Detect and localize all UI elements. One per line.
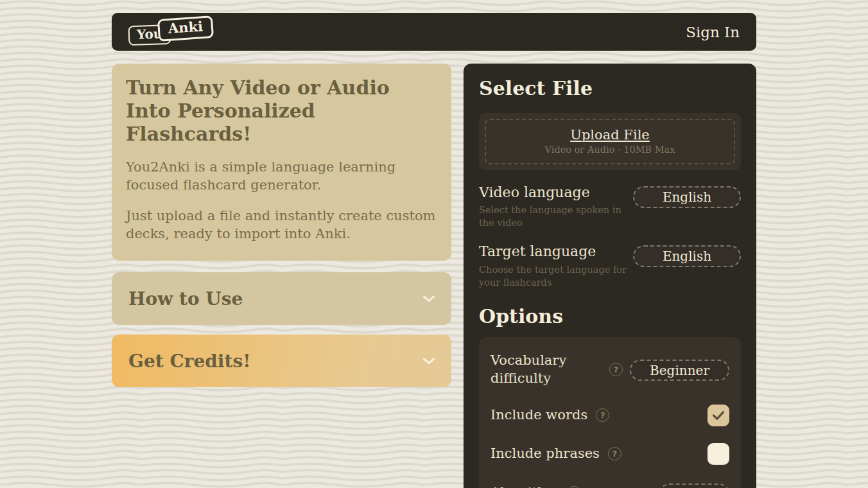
intro-column: Turn Any Video or Audio Into Personalize… [112, 64, 451, 387]
accordion-how-to-use[interactable]: How to Use [112, 272, 451, 325]
upload-file-dropzone[interactable]: Upload File Video or Audio · 10MB Max [479, 113, 741, 170]
algorithm-select[interactable]: Basic [659, 484, 729, 488]
include-phrases-checkbox[interactable] [707, 443, 729, 465]
video-language-label: Video language [479, 184, 628, 201]
hero-paragraph-1: You2Anki is a simple language learning f… [126, 158, 437, 195]
algorithm-label: Algorithm [490, 484, 559, 488]
include-words-row: Include words ? [490, 405, 729, 426]
target-language-label: Target language [479, 243, 628, 260]
chevron-down-icon [423, 355, 435, 367]
help-icon[interactable]: ? [608, 447, 621, 460]
accordion-get-credits-label: Get Credits! [128, 351, 250, 372]
logo-anki-box: Anki [157, 15, 214, 42]
vocabulary-difficulty-label: Vocabulary difficulty [490, 351, 603, 388]
chevron-down-icon [423, 293, 435, 305]
checkmark-icon [712, 410, 725, 421]
accordion-how-to-use-label: How to Use [128, 288, 243, 309]
select-file-title: Select File [479, 78, 741, 100]
you2anki-logo[interactable]: You Anki [128, 18, 213, 46]
options-card: Vocabulary difficulty ? Beginner Include… [479, 337, 741, 488]
include-words-checkbox[interactable] [707, 405, 729, 426]
include-words-label: Include words [490, 406, 587, 424]
upload-file-button[interactable]: Upload File [486, 127, 734, 143]
target-language-description: Choose the target language for your flas… [479, 263, 628, 290]
video-language-select[interactable]: English [633, 186, 741, 208]
target-language-row: Target language Choose the target langua… [479, 243, 741, 289]
help-icon[interactable]: ? [609, 363, 623, 376]
algorithm-row: Algorithm ? Basic [490, 482, 729, 488]
video-language-row: Video language Select the language spoke… [479, 184, 741, 230]
include-phrases-row: Include phrases ? [490, 443, 729, 465]
hero-card: Turn Any Video or Audio Into Personalize… [112, 64, 451, 261]
help-icon[interactable]: ? [596, 408, 609, 422]
upload-dashed-area: Upload File Video or Audio · 10MB Max [485, 119, 735, 164]
target-language-select[interactable]: English [633, 245, 741, 267]
upload-file-hint: Video or Audio · 10MB Max [486, 144, 734, 155]
sign-in-button[interactable]: Sign In [686, 24, 740, 40]
settings-panel: Select File Upload File Video or Audio ·… [464, 64, 756, 488]
vocabulary-difficulty-select[interactable]: Beginner [630, 360, 729, 381]
options-title: Options [479, 306, 741, 328]
accordion-get-credits[interactable]: Get Credits! [112, 335, 451, 387]
video-language-description: Select the language spoken in the video [479, 204, 628, 230]
include-phrases-label: Include phrases [490, 444, 600, 462]
hero-paragraph-2: Just upload a file and instantly create … [126, 207, 437, 243]
navbar: You Anki Sign In [112, 13, 756, 51]
hero-title: Turn Any Video or Audio Into Personalize… [126, 76, 437, 146]
vocabulary-difficulty-row: Vocabulary difficulty ? Beginner [490, 351, 729, 388]
